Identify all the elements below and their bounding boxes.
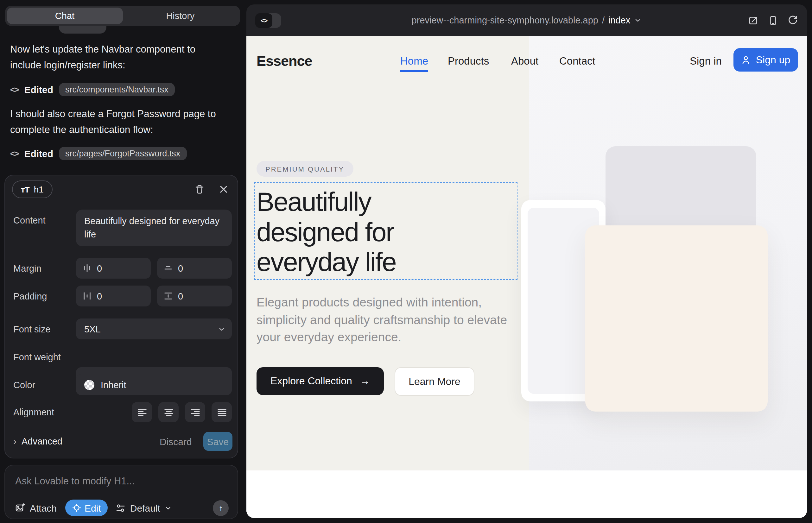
tab-chat[interactable]: Chat <box>7 7 123 24</box>
alignment-label: Alignment <box>13 407 54 417</box>
margin-vertical-icon <box>163 264 173 273</box>
text-size-icon: тT <box>21 184 30 194</box>
chat-mode-selector[interactable]: Default <box>116 502 172 513</box>
code-icon: <> <box>10 148 18 158</box>
attach-button[interactable]: Attach <box>15 502 57 513</box>
trash-icon <box>194 184 205 194</box>
align-center-icon <box>164 408 173 417</box>
element-inspector-panel: тT h1 Content Beautifully designed for e… <box>4 175 238 458</box>
explore-collection-button[interactable]: Explore Collection → <box>257 367 384 395</box>
site-logo[interactable]: Essence <box>257 53 312 70</box>
content-input[interactable]: Beautifully designed for everyday life <box>76 210 232 246</box>
preview-panel: <> preview--charming-site-symphony.lovab… <box>246 4 807 518</box>
padding-vertical-icon <box>163 291 173 301</box>
nav-link-products[interactable]: Products <box>448 55 489 67</box>
font-size-select[interactable]: 5XL <box>76 319 232 339</box>
sign-in-link[interactable]: Sign in <box>690 55 722 67</box>
padding-horizontal-icon <box>82 291 92 301</box>
color-select[interactable]: Inherit <box>76 374 232 395</box>
nav-link-about[interactable]: About <box>511 55 539 67</box>
active-nav-underline <box>400 70 428 72</box>
advanced-toggle[interactable]: › Advanced <box>13 436 63 446</box>
chevron-right-icon: › <box>13 436 16 446</box>
align-right-button[interactable] <box>185 402 205 422</box>
element-tag: h1 <box>34 184 44 194</box>
font-weight-label: Font weight <box>13 352 61 362</box>
site-preview: Essence Home Products About Contact Sign… <box>246 36 807 518</box>
hero-headline[interactable]: Beautifully designed for everyday life <box>257 187 465 277</box>
nav-link-home[interactable]: Home <box>400 55 428 67</box>
edit-mode-button[interactable]: Edit <box>65 500 108 516</box>
lovable-app: Chat History Now let's update the Navbar… <box>0 0 812 523</box>
close-icon <box>218 184 229 194</box>
chevron-down-icon <box>165 504 172 511</box>
url-domain: preview--charming-site-symphony.lovable.… <box>412 15 598 25</box>
target-icon <box>72 503 81 512</box>
quality-badge: PREMIUM QUALITY <box>257 161 353 177</box>
url-page: index <box>608 15 630 25</box>
padding-x-input[interactable]: 0 <box>76 286 151 306</box>
align-center-button[interactable] <box>158 402 179 422</box>
margin-label: Margin <box>13 264 41 273</box>
align-left-icon <box>137 408 147 417</box>
align-justify-button[interactable] <box>212 402 232 422</box>
url-separator: / <box>602 15 604 25</box>
arrow-right-icon: → <box>360 376 370 387</box>
chat-message: I should also create a Forgot Password p… <box>10 106 228 138</box>
discard-button[interactable]: Discard <box>160 436 192 447</box>
decorative-card-beige <box>585 226 768 412</box>
close-panel-button[interactable] <box>218 184 229 194</box>
edited-file-row: <> Edited src/components/Navbar.tsx <box>10 82 175 97</box>
prompt-box: Ask Lovable to modify H1... Attach Edit <box>4 465 238 519</box>
content-label: Content <box>13 215 46 226</box>
align-right-icon <box>190 408 200 417</box>
chevron-down-icon <box>218 325 226 333</box>
delete-element-button[interactable] <box>194 184 205 194</box>
chat-history-tabs: Chat History <box>5 6 240 26</box>
learn-more-button[interactable]: Learn More <box>394 367 474 396</box>
nav-link-contact[interactable]: Contact <box>559 55 595 67</box>
send-button[interactable]: ↑ <box>213 500 229 516</box>
file-chip[interactable]: src/pages/ForgotPassword.tsx <box>59 147 187 160</box>
tab-history[interactable]: History <box>123 7 238 24</box>
prompt-input[interactable]: Ask Lovable to modify H1... <box>15 475 135 487</box>
color-label: Color <box>13 380 35 390</box>
sign-up-button[interactable]: Sign up <box>734 48 798 72</box>
margin-x-input[interactable]: 0 <box>76 258 151 278</box>
chat-message: Now let's update the Navbar component to… <box>10 42 228 73</box>
selected-element-chip[interactable]: тT h1 <box>12 180 53 198</box>
section-below-hero <box>246 470 807 518</box>
scrolled-chip-fragment <box>59 26 106 34</box>
margin-y-input[interactable]: 0 <box>157 258 232 278</box>
preview-toolbar: <> preview--charming-site-symphony.lovab… <box>246 4 807 36</box>
sliders-icon <box>116 503 126 512</box>
align-left-button[interactable] <box>132 402 152 422</box>
margin-horizontal-icon <box>82 264 92 273</box>
padding-label: Padding <box>13 291 47 301</box>
file-chip[interactable]: src/components/Navbar.tsx <box>59 83 175 96</box>
user-icon <box>741 55 751 65</box>
chevron-down-icon <box>634 16 642 24</box>
edited-label: Edited <box>24 148 53 159</box>
padding-y-input[interactable]: 0 <box>157 286 232 306</box>
font-size-label: Font size <box>13 324 51 334</box>
align-justify-icon <box>217 408 226 417</box>
code-icon: <> <box>10 85 18 94</box>
edited-file-row: <> Edited src/pages/ForgotPassword.tsx <box>10 146 187 161</box>
attach-image-icon <box>15 503 25 513</box>
save-button[interactable]: Save <box>203 432 232 451</box>
hero-section: Essence Home Products About Contact Sign… <box>246 36 807 470</box>
hero-subtext: Elegant products designed with intention… <box>257 294 517 346</box>
color-swatch <box>84 380 94 390</box>
edited-label: Edited <box>24 84 53 95</box>
preview-url[interactable]: preview--charming-site-symphony.lovable.… <box>246 4 807 36</box>
